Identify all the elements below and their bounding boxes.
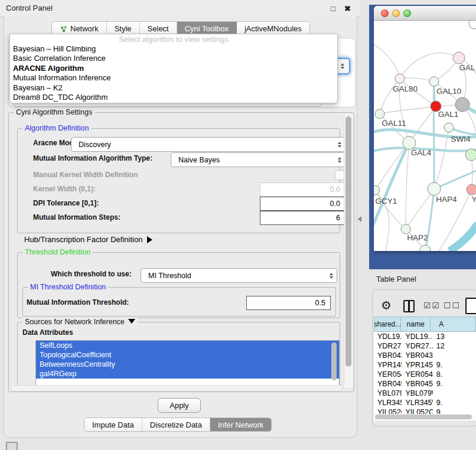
new-table-icon[interactable] <box>465 298 476 314</box>
aracne-mode-select[interactable]: Discovery <box>71 137 345 152</box>
mi-type-select[interactable]: Naive Bayes <box>171 152 345 167</box>
algorithm-option-bayesian-k2[interactable]: Bayesian – K2 <box>10 83 337 93</box>
column-header-shared[interactable]: shared... <box>374 317 401 332</box>
settings-scrollbar[interactable] <box>344 114 353 388</box>
network-node[interactable] <box>469 21 476 29</box>
tab-style[interactable]: Style <box>107 22 140 35</box>
network-edge[interactable] <box>380 106 436 114</box>
network-node-y[interactable] <box>467 184 476 195</box>
network-edge[interactable] <box>433 81 434 189</box>
table-row[interactable]: YLR345WYLR345W9. <box>374 398 476 407</box>
column-header-a[interactable]: A <box>431 317 476 332</box>
attribute-item-betweennesscentrality[interactable]: BetweennessCentrality <box>36 360 339 369</box>
control-panel-title: Control Panel <box>6 4 53 12</box>
table-header-row: shared...nameA <box>374 317 476 332</box>
maximize-window-icon[interactable] <box>403 9 411 17</box>
column-view-icon[interactable] <box>403 300 415 312</box>
attribute-item-topologicalcoefficient[interactable]: TopologicalCoefficient <box>36 350 339 360</box>
network-edge[interactable] <box>400 53 459 79</box>
network-canvas[interactable]: GALGAL80GAL10GAL1GAL11GAL4SWI4GCY1HAP4YH… <box>374 21 476 251</box>
select-all-icon[interactable]: ☑☑ <box>423 301 441 310</box>
network-edge[interactable] <box>400 78 434 81</box>
collapse-right-icon <box>147 236 152 243</box>
network-node-gcy1[interactable] <box>374 185 380 195</box>
column-header-name[interactable]: name <box>401 317 431 332</box>
table-panel-title: Table Panel <box>376 275 416 283</box>
algorithm-option-aracne-algorithm[interactable]: ARACNE Algorithm <box>10 64 337 73</box>
attribute-item-gal4rgexp[interactable]: gal4RGexp <box>36 369 339 379</box>
deselect-all-icon[interactable]: ☐☐ <box>444 301 461 310</box>
table-row[interactable]: YDR27...YDR27...12 <box>374 341 476 351</box>
mi-steps-field[interactable]: 6 <box>260 211 345 225</box>
apply-button[interactable]: Apply <box>158 398 201 413</box>
algorithm-option-mutual-information-inference[interactable]: Mutual Information Inference <box>10 73 337 83</box>
stepper-down-icon <box>341 67 344 69</box>
sources-group-title[interactable]: Sources for Network Inference <box>22 318 138 326</box>
mi-threshold-group: MI Threshold Definition Mutual Informati… <box>22 287 336 317</box>
table-body: YDL19...YDL19...13YDR27...YDR27...12YBR0… <box>374 332 476 415</box>
tab-cyni-toolbox[interactable]: Cyni Toolbox <box>177 22 237 35</box>
tab-jactivemnodules[interactable]: jActiveMNodules <box>237 22 309 35</box>
mi-threshold-field[interactable]: 0.5 <box>246 296 331 310</box>
network-edge[interactable] <box>449 224 476 251</box>
algorithm-option-basic-correlation-inference[interactable]: Basic Correlation Inference <box>10 54 337 63</box>
minimized-panel-icon[interactable] <box>6 442 18 450</box>
which-threshold-select[interactable]: MI Threshold <box>141 268 337 283</box>
table-row[interactable]: YER054CYER054C8. <box>374 370 476 379</box>
tab-select[interactable]: Select <box>140 22 177 35</box>
table-cell: YER054C <box>402 370 432 379</box>
network-node-hap2[interactable] <box>401 224 410 234</box>
network-node[interactable] <box>465 149 476 161</box>
network-node-gal10[interactable] <box>429 77 439 86</box>
table-cell: YER054C <box>374 370 402 379</box>
hub-definition-toggle[interactable]: Hub/Transcription Factor Definition <box>24 233 152 246</box>
table-cell: YPR145W <box>402 360 432 370</box>
kernel-width-field[interactable]: 0.0 <box>260 182 345 197</box>
network-edge[interactable] <box>406 143 409 229</box>
algorithm-option-dream8-dc-tdc-algorithm[interactable]: Dream8 DC_TDC Algorithm <box>10 93 337 102</box>
network-edge[interactable] <box>374 143 409 230</box>
table-hscrollbar[interactable] <box>374 414 475 420</box>
network-node[interactable] <box>455 97 470 112</box>
network-node-gal4[interactable] <box>403 136 416 149</box>
network-node-gal80[interactable] <box>395 74 405 83</box>
close-window-icon[interactable] <box>381 9 389 17</box>
tab-network[interactable]: Network <box>52 22 107 35</box>
network-node-hap4[interactable] <box>428 182 441 195</box>
network-edge[interactable] <box>380 79 400 114</box>
node-label-y: Y <box>471 195 476 204</box>
table-row[interactable]: YPR145WYPR145W9. <box>374 360 476 370</box>
algorithm-dropdown-placeholder: Select algorithm to view settings <box>10 34 337 44</box>
network-node-swi4[interactable] <box>444 123 454 132</box>
collapse-down-icon <box>128 319 135 324</box>
table-row[interactable]: YBR045CYBR045C9. <box>374 379 476 389</box>
node-label-gal1: GAL1 <box>438 110 459 119</box>
tab-impute-data[interactable]: Impute Data <box>84 418 142 431</box>
splitter-collapse-icon[interactable] <box>358 216 361 222</box>
table-row[interactable]: YBL079WYBL079W <box>374 389 476 398</box>
algorithm-option-bayesian-hill-climbing[interactable]: Bayesian – Hill Climbing <box>10 44 337 54</box>
table-row[interactable]: YBR043CYBR043C <box>374 351 476 360</box>
network-edge[interactable] <box>374 44 400 79</box>
close-panel-icon[interactable]: ✖ <box>344 4 351 13</box>
minimize-window-icon[interactable] <box>392 9 400 17</box>
settings-hscrollbar[interactable] <box>11 385 343 392</box>
settings-group-title: Cyni Algorithm Settings <box>14 108 94 116</box>
tab-infer-network[interactable]: Infer Network <box>210 418 271 431</box>
node-label-hap4: HAP4 <box>436 195 457 204</box>
network-view-window[interactable]: GALGAL80GAL10GAL1GAL11GAL4SWI4GCY1HAP4YH… <box>374 6 476 251</box>
table-cell: YPR145W <box>374 360 402 370</box>
table-settings-gear-icon[interactable]: ⚙ <box>381 298 392 312</box>
network-window-titlebar[interactable] <box>374 6 476 21</box>
dpi-tolerance-field[interactable]: 0.0 <box>260 197 345 211</box>
table-row[interactable]: YDL19...YDL19...13 <box>374 332 476 341</box>
list-scrollbar[interactable] <box>331 343 337 380</box>
network-node-gal[interactable] <box>453 52 465 64</box>
float-window-icon[interactable]: □ <box>331 4 335 13</box>
attribute-item-selfloops[interactable]: SelfLoops <box>36 341 339 350</box>
network-node-gal11[interactable] <box>375 109 384 119</box>
scrollbar-thumb[interactable] <box>375 415 472 419</box>
scrollbar-thumb[interactable] <box>345 116 351 367</box>
which-threshold-label: Which threshold to use: <box>51 268 132 281</box>
tab-discretize-data[interactable]: Discretize Data <box>142 418 210 431</box>
